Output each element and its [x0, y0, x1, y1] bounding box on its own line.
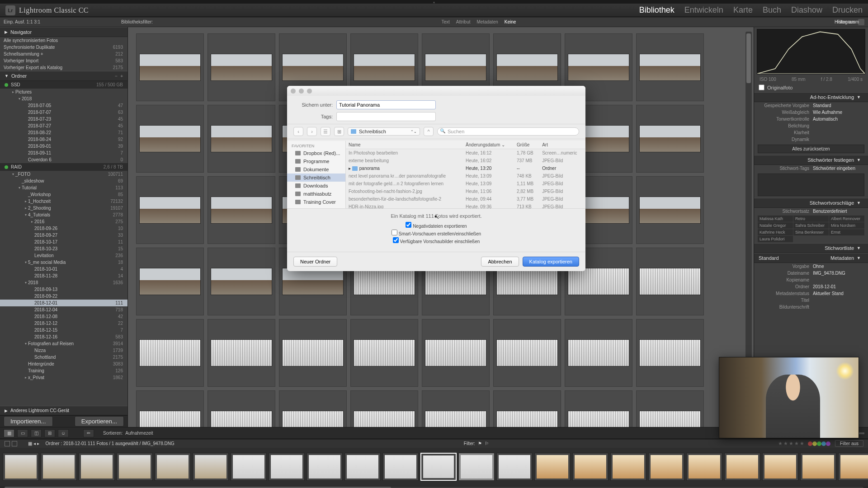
thumbnail[interactable] — [208, 33, 275, 101]
label-red[interactable] — [808, 441, 812, 446]
thumbnail[interactable] — [136, 248, 204, 315]
filmstrip-thumbnail[interactable] — [496, 453, 533, 481]
flag-reject-icon[interactable]: ⚐ — [485, 441, 489, 446]
filmstrip-thumbnail[interactable] — [724, 453, 760, 481]
metadata-row[interactable]: DateinameIMG_9478.DNG — [754, 270, 868, 277]
folder-item[interactable]: ▸2_Shooting19107 — [0, 205, 127, 211]
folder-item[interactable]: 2018-11-2814 — [0, 272, 127, 279]
original-photo-checkbox[interactable] — [759, 84, 764, 90]
sort-value[interactable]: Aufnahmezeit — [125, 431, 153, 436]
thumbnail[interactable] — [136, 33, 204, 101]
keyword-suggestion[interactable]: Albert Rennover — [829, 216, 864, 222]
filmstrip-thumbnail[interactable] — [269, 453, 305, 481]
catalog-item[interactable]: Schnellsammlung +212 — [0, 51, 127, 57]
adhoc-row[interactable]: TonwertkontrolleAutomatisch — [754, 116, 868, 122]
filmstrip[interactable] — [0, 448, 868, 486]
filmstrip-thumbnail[interactable] — [3, 453, 39, 481]
kw-tags-value[interactable]: Stichwörter eingeben — [813, 166, 863, 171]
folder-item[interactable]: 2018-09-2733 — [0, 232, 127, 239]
label-green[interactable] — [817, 441, 821, 446]
folder-item[interactable]: ▾20181636 — [0, 279, 127, 286]
module-slideshow[interactable]: Diashow — [791, 5, 822, 15]
metadata-row[interactable]: MetadatenstatusAktueller Stand — [754, 290, 868, 297]
adhoc-row[interactable]: WeißabgleichWie Aufnahme — [754, 109, 868, 116]
filmstrip-thumbnail[interactable] — [838, 453, 868, 481]
filmstrip-thumbnail[interactable] — [686, 453, 722, 481]
view-compare-icon[interactable]: ◫ — [31, 429, 42, 437]
folder-item[interactable]: 2018-10-1711 — [0, 239, 127, 245]
keyword-suggestion[interactable]: Natalie Gregor — [758, 222, 793, 229]
thumbnail[interactable] — [279, 390, 347, 427]
primary-display-icon[interactable] — [12, 441, 17, 446]
module-book[interactable]: Buch — [763, 5, 781, 15]
adhoc-row[interactable]: Gespeicherte VorgabeStandard — [754, 102, 868, 109]
rating-star[interactable]: ★ — [794, 441, 799, 446]
module-print[interactable]: Drucken — [832, 5, 863, 15]
folder-item[interactable]: 2018-08-2271 — [0, 129, 127, 136]
metadata-row[interactable]: VorgabeOhne — [754, 263, 868, 270]
catalog-item[interactable]: Synchronisierte Duplikate6193 — [0, 44, 127, 51]
col-name[interactable]: Name — [346, 141, 463, 149]
cancel-button[interactable]: Abbrechen — [481, 257, 519, 267]
folder-item[interactable]: 2018-12-16583 — [0, 333, 127, 340]
filter-metadata[interactable]: Metadaten — [477, 19, 498, 24]
thumbnail[interactable] — [136, 176, 204, 244]
folder-item[interactable]: Training126 — [0, 367, 127, 374]
thumbnail[interactable] — [136, 105, 204, 173]
thumbnail[interactable] — [636, 176, 704, 244]
folder-item[interactable]: 2018-08-2492 — [0, 136, 127, 143]
thumbnail[interactable] — [350, 390, 418, 427]
top-handle[interactable] — [0, 0, 868, 4]
label-yellow[interactable] — [812, 441, 817, 446]
thumbnail[interactable] — [208, 248, 275, 315]
adhoc-row[interactable]: Belichtung — [754, 122, 868, 129]
view-grid-icon[interactable]: ▦ — [4, 429, 14, 437]
label-blue[interactable] — [821, 441, 826, 446]
adhoc-row[interactable]: Dynamik — [754, 136, 868, 143]
folder-item[interactable]: 2018-07-2345 — [0, 116, 127, 122]
nav-forward-icon[interactable]: › — [307, 127, 317, 136]
filmstrip-scrollbar[interactable] — [0, 486, 868, 488]
folder-item[interactable]: ▸x_Privat1862 — [0, 374, 127, 381]
kw-list-header[interactable]: Stichwortliste▼ — [754, 243, 868, 253]
thumbnail[interactable] — [493, 390, 561, 427]
view-loupe-icon[interactable]: ▭ — [17, 429, 28, 437]
thumbnail[interactable] — [636, 248, 704, 315]
thumbnail[interactable] — [565, 390, 632, 427]
minimize-icon[interactable] — [299, 89, 304, 94]
folder-item[interactable]: 2018-12-1222 — [0, 320, 127, 327]
module-map[interactable]: Karte — [733, 5, 753, 15]
label-purple[interactable] — [826, 441, 830, 446]
view-group-icon[interactable]: ⊞ — [334, 127, 344, 136]
catalog-item[interactable]: Vorheriger Import583 — [0, 57, 127, 64]
folder-item[interactable]: 2018-12-0842 — [0, 313, 127, 320]
keyword-suggestion[interactable]: Matissa Kath — [758, 216, 793, 222]
filmstrip-thumbnail[interactable] — [610, 453, 646, 481]
view-list-icon[interactable]: ☰ — [321, 127, 330, 136]
search-input[interactable]: Suchen — [437, 127, 579, 136]
filmstrip-thumbnail[interactable] — [800, 453, 836, 481]
folder-plus-icon[interactable]: + — [120, 74, 123, 79]
import-button[interactable]: Importieren... — [4, 416, 53, 427]
filmstrip-thumbnail[interactable] — [307, 453, 343, 481]
status-filter-preset[interactable]: Filter aus — [835, 440, 863, 447]
finder-sidebar-item[interactable]: Dropbox (Red)... — [287, 149, 345, 157]
filmstrip-thumbnail[interactable] — [155, 453, 191, 481]
filmstrip-thumbnail[interactable] — [344, 453, 381, 481]
folder-item[interactable]: Hintergründe3083 — [0, 361, 127, 367]
filter-none[interactable]: Keine — [505, 19, 516, 24]
finder-sidebar-item[interactable]: Schreibtisch — [287, 174, 345, 182]
thumbnail[interactable] — [208, 390, 275, 427]
rating-star[interactable]: ★ — [800, 441, 804, 446]
dialog-titlebar[interactable] — [287, 86, 585, 96]
metadata-preset[interactable]: Standard — [759, 255, 779, 261]
folder-item[interactable]: 2018-07-2745 — [0, 122, 127, 129]
keywords-header[interactable]: Stichwörter festlegen▼ — [754, 155, 868, 165]
keyword-suggestion[interactable]: Sahra Schreiber — [793, 222, 829, 229]
painter-icon[interactable]: ✏ — [83, 429, 94, 437]
filmstrip-thumbnail[interactable] — [420, 453, 457, 481]
folder-item[interactable]: 2018-09-0139 — [0, 143, 127, 150]
metadata-header[interactable]: StandardMetadaten▼ — [754, 253, 868, 263]
adhoc-header[interactable]: Ad-hoc-Entwicklung▼ — [754, 92, 868, 102]
navigator-sizes[interactable]: Einp. Ausf. 1:1 3:1 — [4, 19, 40, 24]
